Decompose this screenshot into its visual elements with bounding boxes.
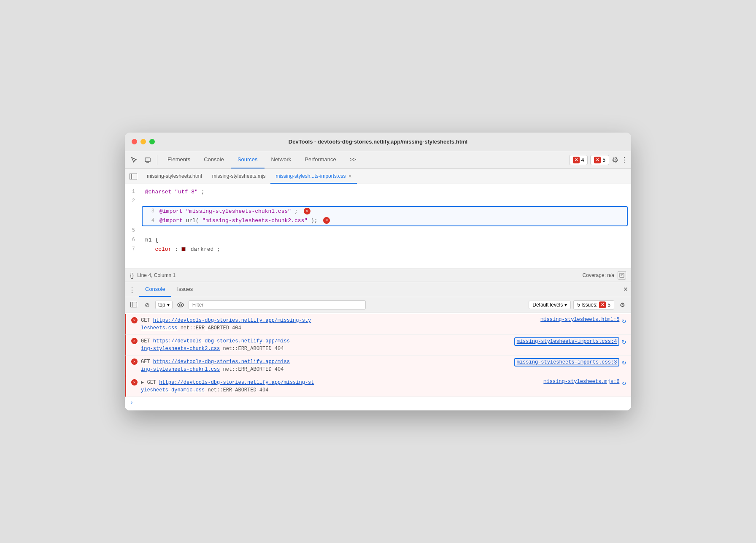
refresh-icon-msg2[interactable]: ↻ bbox=[622, 337, 626, 346]
error-badge-1[interactable]: ✕ 4 bbox=[569, 155, 588, 165]
dropdown-arrow-icon: ▾ bbox=[167, 302, 170, 308]
error-icon-msg4: ✕ bbox=[131, 379, 138, 386]
maximize-button[interactable] bbox=[149, 139, 155, 144]
bottom-panel: ⋮ Console Issues × ⊘ top ▾ bbox=[125, 282, 631, 410]
title-bar: DevTools - devtools-dbg-stories.netlify.… bbox=[125, 133, 631, 151]
error-icon-msg1: ✕ bbox=[131, 317, 138, 323]
svg-point-9 bbox=[178, 303, 184, 307]
eye-icon[interactable] bbox=[175, 299, 186, 310]
console-settings-icon[interactable]: ⚙ bbox=[617, 299, 628, 310]
console-message-3: ✕ GET https://devtools-dbg-stories.netli… bbox=[125, 356, 631, 376]
close-file-tab-icon[interactable]: × bbox=[348, 173, 351, 179]
file-tab-css[interactable]: missing-stylesh...ts-imports.css × bbox=[270, 169, 356, 184]
svg-point-10 bbox=[179, 304, 181, 306]
file-tab-mjs[interactable]: missing-stylesheets.mjs bbox=[207, 169, 271, 184]
svg-rect-7 bbox=[131, 302, 137, 307]
panel-tab-issues[interactable]: Issues bbox=[171, 282, 199, 297]
msg1-right: missing-stylesheets.html:5 ↻ bbox=[540, 317, 626, 325]
color-swatch-darkred bbox=[181, 247, 186, 251]
format-icon[interactable]: {} bbox=[130, 272, 134, 279]
coverage-icon[interactable] bbox=[618, 271, 626, 280]
sidebar-toggle-icon[interactable] bbox=[128, 171, 138, 182]
traffic-lights bbox=[132, 139, 155, 144]
tab-sources[interactable]: Sources bbox=[231, 151, 265, 168]
msg3-content: GET https://devtools-dbg-stories.netlify… bbox=[141, 358, 511, 373]
device-toggle-icon[interactable] bbox=[142, 154, 154, 166]
file-tabs-bar: missing-stylesheets.html missing-stylesh… bbox=[125, 169, 631, 184]
tab-more[interactable]: >> bbox=[343, 151, 363, 168]
msg2-right: missing-stylesheets-imports.css:4 ↻ bbox=[514, 337, 626, 346]
dropdown-icon: ▾ bbox=[564, 302, 567, 308]
error-icon-1: ✕ bbox=[573, 157, 580, 163]
close-button[interactable] bbox=[132, 139, 137, 144]
console-toolbar: ⊘ top ▾ Default levels ▾ 5 Issues: ✕ 5 bbox=[125, 297, 631, 312]
status-right: Coverage: n/a bbox=[583, 271, 626, 280]
tab-network[interactable]: Network bbox=[265, 151, 298, 168]
error-icon-msg2: ✕ bbox=[131, 338, 138, 344]
issues-count-badge[interactable]: 5 Issues: ✕ 5 bbox=[573, 300, 614, 310]
more-options-icon[interactable]: ⋮ bbox=[621, 156, 628, 164]
msg4-right: missing-stylesheets.mjs:6 ↻ bbox=[543, 379, 626, 387]
top-label: top bbox=[158, 302, 165, 308]
code-line-2: 2 bbox=[125, 197, 631, 206]
tab-bar: Elements Console Sources Network Perform… bbox=[161, 151, 567, 168]
refresh-icon-msg1[interactable]: ↻ bbox=[622, 317, 626, 325]
error-indicator-line3: ✕ bbox=[304, 208, 310, 214]
msg1-ref[interactable]: missing-stylesheets.html:5 bbox=[540, 317, 619, 323]
console-sidebar-icon[interactable] bbox=[128, 299, 139, 310]
main-toolbar: Elements Console Sources Network Perform… bbox=[125, 151, 631, 169]
msg4-ref[interactable]: missing-stylesheets.mjs:6 bbox=[543, 379, 619, 385]
msg3-right: missing-stylesheets-imports.css:3 ↻ bbox=[514, 358, 626, 367]
code-line-3: 3 @import "missing-stylesheets-chukn1.cs… bbox=[143, 207, 627, 216]
console-message-2: ✕ GET https://devtools-dbg-stories.netli… bbox=[125, 335, 631, 356]
tab-elements[interactable]: Elements bbox=[161, 151, 197, 168]
status-left: {} Line 4, Column 1 bbox=[130, 272, 176, 279]
error-indicator-line4: ✕ bbox=[323, 217, 330, 224]
refresh-icon-msg4[interactable]: ↻ bbox=[622, 379, 626, 387]
inspect-icon[interactable] bbox=[128, 154, 140, 166]
code-line-4: 4 @import url( "missing-stylesheets-chun… bbox=[143, 216, 627, 225]
issues-error-icon: ✕ bbox=[599, 301, 606, 308]
window-title: DevTools - devtools-dbg-stories.netlify.… bbox=[289, 138, 467, 145]
cursor-position: Line 4, Column 1 bbox=[137, 272, 176, 278]
code-line-5: 5 bbox=[125, 226, 631, 236]
svg-rect-2 bbox=[130, 174, 137, 179]
minimize-button[interactable] bbox=[140, 139, 146, 144]
msg3-ref[interactable]: missing-stylesheets-imports.css:3 bbox=[514, 358, 620, 367]
file-tab-html[interactable]: missing-stylesheets.html bbox=[142, 169, 207, 184]
highlighted-block: 3 @import "missing-stylesheets-chukn1.cs… bbox=[125, 206, 631, 226]
clear-console-icon[interactable]: ⊘ bbox=[142, 299, 153, 310]
msg1-content: GET https://devtools-dbg-stories.netlify… bbox=[141, 317, 537, 332]
refresh-icon-msg3[interactable]: ↻ bbox=[622, 358, 626, 367]
code-editor: 1 @charset "utf-8" ; 2 3 @import bbox=[125, 184, 631, 269]
tab-console[interactable]: Console bbox=[197, 151, 231, 168]
msg2-content: GET https://devtools-dbg-stories.netlify… bbox=[141, 337, 511, 353]
msg2-ref[interactable]: missing-stylesheets-imports.css:4 bbox=[514, 337, 620, 346]
console-message-4: ✕ ▶ GET https://devtools-dbg-stories.net… bbox=[125, 376, 631, 397]
code-line-1: 1 @charset "utf-8" ; bbox=[125, 187, 631, 197]
svg-rect-0 bbox=[145, 158, 150, 162]
toolbar-separator bbox=[157, 155, 157, 165]
default-levels-dropdown[interactable]: Default levels ▾ bbox=[529, 301, 571, 309]
panel-more-icon[interactable]: ⋮ bbox=[128, 285, 136, 294]
panel-tab-console[interactable]: Console bbox=[139, 282, 171, 297]
error-badge-2[interactable]: ✕ 5 bbox=[590, 155, 609, 165]
code-line-7: 7 color : darkred ; bbox=[125, 245, 631, 254]
console-input-caret[interactable]: › bbox=[125, 397, 631, 409]
tab-performance[interactable]: Performance bbox=[298, 151, 343, 168]
panel-close-icon[interactable]: × bbox=[623, 285, 628, 294]
code-line-6: 6 h1 { bbox=[125, 236, 631, 245]
settings-icon[interactable]: ⚙ bbox=[612, 155, 618, 165]
error-icon-msg3: ✕ bbox=[131, 358, 138, 365]
import-highlight-box: 3 @import "missing-stylesheets-chukn1.cs… bbox=[142, 206, 628, 226]
error-icon-2: ✕ bbox=[594, 157, 601, 163]
toolbar-right: ✕ 4 ✕ 5 ⚙ ⋮ bbox=[569, 155, 628, 165]
console-messages: ✕ GET https://devtools-dbg-stories.netli… bbox=[125, 312, 631, 410]
console-message-1: ✕ GET https://devtools-dbg-stories.netli… bbox=[125, 314, 631, 335]
devtools-window: DevTools - devtools-dbg-stories.netlify.… bbox=[125, 133, 631, 410]
msg4-content: ▶ GET https://devtools-dbg-stories.netli… bbox=[141, 379, 540, 394]
filter-input[interactable] bbox=[189, 300, 366, 310]
status-bar: {} Line 4, Column 1 Coverage: n/a bbox=[125, 269, 631, 282]
context-selector[interactable]: top ▾ bbox=[155, 301, 173, 309]
coverage-status: Coverage: n/a bbox=[583, 272, 614, 278]
